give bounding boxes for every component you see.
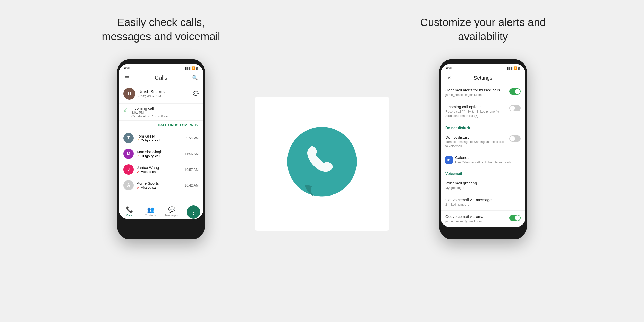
tom-name: Tom Greer: [137, 134, 183, 138]
incoming-options-toggle[interactable]: [509, 105, 521, 111]
voicemail-section-label: Voicemail: [441, 168, 525, 177]
settings-item-vm-email[interactable]: Get voicemail via email jamie_hessen@gma…: [441, 211, 525, 227]
settings-item-calendar[interactable]: 31 Calendar Use Calendar setting to hand…: [441, 152, 525, 168]
left-title: Easily check calls, messages and voicema…: [102, 15, 220, 44]
incoming-options-title: Incoming call options: [445, 105, 507, 109]
manisha-call-type: ↗ Outgoing call: [137, 154, 181, 158]
battery-icon: ▓: [196, 67, 198, 70]
call-urosh-button[interactable]: CALL UROSH SMIRNOV: [158, 123, 199, 127]
vm-message-title: Get voicemail via message: [445, 198, 521, 202]
search-icon[interactable]: 🔍: [191, 74, 199, 81]
vm-greeting-title: Voicemail greeting: [445, 181, 521, 185]
calls-nav-icon: 📞: [126, 206, 133, 213]
vm-email-sub: jamie_hessen@gmail.com: [445, 219, 507, 224]
left-title-line2: messages and voicemail: [102, 30, 220, 43]
tom-call-type: ↗ Outgoing call: [137, 138, 183, 142]
messages-nav-icon: 💬: [168, 206, 175, 213]
status-bar-1: 9:41 ▐▐▐ 📶 ▓: [119, 64, 203, 72]
incoming-arrow-icon: ↙: [123, 107, 128, 113]
calls-nav-label: Calls: [126, 214, 132, 217]
left-title-line1: Easily check calls,: [117, 16, 205, 28]
right-title-line2: availability: [458, 30, 508, 43]
messages-nav-label: Messages: [165, 214, 178, 217]
call-action-row: ⋯ CALL UROSH SMIRNOV: [119, 121, 203, 130]
nav-contacts[interactable]: 👥 Contacts: [140, 204, 161, 219]
acme-name: Acme Sports: [137, 181, 181, 185]
settings-item-vm-greeting-left: Voicemail greeting My greeting 1: [445, 181, 521, 190]
more-options-icon[interactable]: ⋮: [513, 74, 521, 81]
dnd-sub: Turn off message forwarding and send cal…: [445, 140, 507, 149]
manisha-name: Manisha Singh: [137, 150, 181, 154]
urosh-info: Urosh Smirnov (650) 435-4634: [138, 90, 190, 98]
urosh-number: (650) 435-4634: [138, 94, 190, 98]
nav-calls[interactable]: 📞 Calls: [119, 204, 140, 219]
settings-title: Settings: [474, 75, 492, 81]
call-list-item[interactable]: M Manisha Singh ↗ Outgoing call 11:56 AM: [119, 146, 203, 162]
acme-type-label: Missed call: [141, 185, 157, 189]
settings-item-vm-message[interactable]: Get voicemail via message 2 linked numbe…: [441, 194, 525, 211]
manisha-time: 11:56 AM: [184, 152, 199, 156]
dnd-title: Do not disturb: [445, 135, 507, 139]
settings-item-vm-greeting[interactable]: Voicemail greeting My greeting 1: [441, 177, 525, 194]
menu-icon[interactable]: ☰: [123, 74, 131, 81]
acme-avatar: A: [123, 180, 134, 190]
settings-item-vm-message-left: Get voicemail via message 2 linked numbe…: [445, 198, 521, 207]
settings-item-email-alerts[interactable]: Get email alerts for missed calls jamie_…: [441, 84, 525, 101]
call-list-item[interactable]: T Tom Greer ↗ Outgoing call 1:53 PM: [119, 130, 203, 146]
tom-avatar: T: [123, 133, 134, 143]
email-alerts-title: Get email alerts for missed calls: [445, 88, 507, 92]
nav-messages[interactable]: 💬 Messages: [161, 204, 182, 219]
vm-email-toggle[interactable]: [509, 215, 521, 221]
janice-time: 10:57 AM: [184, 168, 199, 172]
settings-item-incoming-options[interactable]: Incoming call options Record call (4), S…: [441, 101, 525, 122]
janice-name: Janice Wang: [137, 165, 181, 170]
status-icons-1: ▐▐▐ 📶 ▓: [184, 66, 198, 70]
status-icons-2: ▐▐▐ 📶 ▓: [506, 66, 520, 70]
dnd-toggle[interactable]: [509, 135, 521, 142]
janice-call-type: ↙ Missed call: [137, 170, 181, 174]
phone-mockup-2: 9:41 ▐▐▐ 📶 ▓ ✕ Settings ⋮: [439, 59, 527, 239]
urosh-name: Urosh Smirnov: [138, 90, 190, 94]
vm-message-sub: 2 linked numbers: [445, 202, 521, 207]
incoming-detail: ↙ Incoming call 3:01 PM Call duration: 1…: [119, 104, 203, 121]
settings-item-dnd[interactable]: Do not disturb Turn off message forwardi…: [441, 131, 525, 152]
message-icon[interactable]: 💬: [193, 91, 199, 97]
incoming-row: ↙ Incoming call 3:01 PM Call duration: 1…: [123, 106, 199, 118]
acme-time: 10:42 AM: [184, 183, 199, 187]
incoming-label: Incoming call: [131, 106, 169, 111]
calendar-icon: 31: [445, 156, 453, 164]
wifi-icon-2: 📶: [513, 66, 517, 70]
vm-greeting-sub: My greeting 1: [445, 186, 521, 190]
incoming-text: Incoming call 3:01 PM Call duration: 1 m…: [131, 106, 169, 118]
settings-header: ✕ Settings ⋮: [441, 72, 525, 84]
email-alerts-toggle[interactable]: [509, 88, 521, 95]
signal-icon: ▐▐▐: [184, 67, 190, 70]
incoming-time: 3:01 PM: [131, 111, 169, 114]
call-list-item[interactable]: J Janice Wang ↙ Missed call 10:57 AM: [119, 162, 203, 177]
dnd-section-label: Do not disturb: [441, 122, 525, 131]
tom-info: Tom Greer ↗ Outgoing call: [137, 134, 183, 142]
janice-type-label: Missed call: [141, 170, 157, 174]
settings-item-incoming-left: Incoming call options Record call (4), S…: [445, 105, 507, 118]
missed-arrow-icon-2: ↙: [137, 185, 140, 189]
manisha-type-label: Outgoing call: [141, 154, 160, 158]
calls-header-title: Calls: [131, 74, 191, 81]
more-dots-icon[interactable]: ⋯: [123, 123, 128, 128]
outgoing-arrow-icon-2: ↗: [137, 154, 140, 158]
call-list-item[interactable]: A Acme Sports ↙ Missed call 10:42 AM: [119, 177, 203, 193]
wifi-icon: 📶: [191, 66, 195, 70]
close-icon[interactable]: ✕: [445, 74, 453, 81]
right-title-line1: Customize your alerts and: [420, 16, 546, 28]
vm-email-title: Get voicemail via email: [445, 214, 507, 219]
email-alerts-sub: jamie_hessen@gmail.com: [445, 93, 507, 97]
settings-item-calendar-left: Calendar Use Calendar setting to handle …: [455, 155, 521, 165]
contacts-nav-label: Contacts: [145, 214, 156, 217]
incoming-options-sub: Record call (4), Switch linked phone (*)…: [445, 109, 507, 118]
acme-info: Acme Sports ↙ Missed call: [137, 181, 181, 189]
logo-box: [255, 97, 389, 231]
janice-info: Janice Wang ↙ Missed call: [137, 165, 181, 174]
settings-item-vm-email-left: Get voicemail via email jamie_hessen@gma…: [445, 214, 507, 224]
urosh-profile-row: U Urosh Smirnov (650) 435-4634 💬: [123, 88, 199, 100]
fab-dialpad-button[interactable]: ⋮: [187, 205, 200, 219]
phone-time-1: 9:41: [124, 66, 131, 70]
